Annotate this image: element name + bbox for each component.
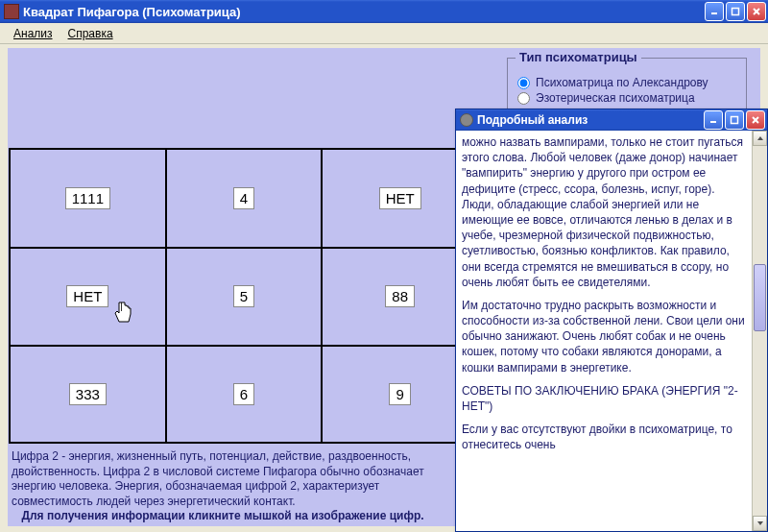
analysis-window: Подробный анализ можно назвать вампирами… (455, 109, 768, 532)
analysis-icon (460, 113, 473, 127)
analysis-p4: Если у вас отсутствуют двойки в психомат… (462, 422, 750, 452)
grid-cell-6[interactable]: 6 (167, 345, 324, 442)
analysis-minimize-button[interactable] (704, 110, 723, 130)
menu-analysis[interactable]: Анализ (6, 25, 60, 42)
grid-chip-1: 1111 (65, 187, 110, 209)
app-icon (4, 4, 19, 19)
svg-rect-1 (732, 9, 739, 15)
grid-cell-4[interactable]: 4 (167, 150, 324, 247)
radio-esoteric-input[interactable] (517, 92, 530, 105)
scroll-track[interactable] (753, 146, 767, 516)
svg-marker-9 (757, 136, 763, 140)
analysis-p3: СОВЕТЫ ПО ЗАКЛЮЧЕНИЮ БРАКА (ЭНЕРГИЯ "2-Н… (462, 383, 750, 414)
close-button[interactable] (747, 2, 766, 21)
analysis-p1: можно назвать вампирами, только не стоит… (462, 134, 750, 290)
window-title: Квадрат Пифагора (Психоматрица) (23, 5, 705, 19)
click-hint: Для получения информации кликните мышкой… (12, 509, 434, 522)
grid-cell-5[interactable]: 5 (167, 247, 324, 344)
analysis-titlebar[interactable]: Подробный анализ (456, 109, 767, 131)
maximize-button[interactable] (726, 2, 745, 21)
analysis-maximize-button[interactable] (725, 110, 744, 130)
minimize-button[interactable] (705, 2, 724, 21)
grid-chip-2: НЕТ (66, 285, 108, 307)
analysis-p2: Им достаточно трудно раскрыть возможност… (462, 298, 750, 375)
radio-aleksandrov-label: Психоматрица по Александрову (536, 76, 708, 89)
grid-chip-6: 6 (233, 383, 254, 405)
radio-esoteric-label: Эзотерическая психоматрица (536, 91, 695, 105)
grid-chip-5: 5 (233, 285, 254, 307)
analysis-body: можно назвать вампирами, только не стоит… (456, 131, 767, 531)
analysis-scrollbar[interactable] (752, 131, 767, 531)
grid-cell-1[interactable]: 1111 (11, 150, 167, 247)
grid-chip-4: 4 (233, 187, 254, 209)
scroll-up-button[interactable] (753, 131, 767, 146)
scroll-down-button[interactable] (753, 516, 767, 531)
titlebar: Квадрат Пифагора (Психоматрица) (0, 0, 768, 23)
menubar: Анализ Справка (0, 23, 768, 44)
analysis-title: Подробный анализ (477, 113, 704, 127)
radio-aleksandrov[interactable]: Психоматрица по Александрову (516, 76, 738, 89)
radio-aleksandrov-input[interactable] (517, 77, 530, 89)
scroll-thumb[interactable] (754, 264, 766, 331)
menu-help[interactable]: Справка (60, 25, 121, 42)
grid-cell-2[interactable]: НЕТ (11, 247, 167, 344)
svg-rect-6 (732, 117, 738, 124)
radio-esoteric[interactable]: Эзотерическая психоматрица (516, 91, 738, 105)
analysis-close-button[interactable] (746, 110, 765, 130)
grid-chip-9: 9 (389, 383, 410, 405)
svg-marker-10 (757, 521, 763, 525)
type-panel-legend: Тип психоматрицы (516, 50, 641, 64)
grid-cell-3[interactable]: 333 (11, 345, 167, 442)
pythagoras-grid: 1111 4 НЕТ НЕТ 5 88 333 6 9 (9, 148, 479, 444)
digit-description: Цифра 2 - энергия, жизненный путь, потен… (12, 449, 444, 509)
psychomatrix-type-panel: Тип психоматрицы Психоматрица по Алексан… (507, 58, 747, 115)
grid-chip-8: 88 (385, 285, 415, 307)
grid-chip-7: НЕТ (379, 187, 421, 209)
grid-chip-3: 333 (69, 383, 107, 405)
